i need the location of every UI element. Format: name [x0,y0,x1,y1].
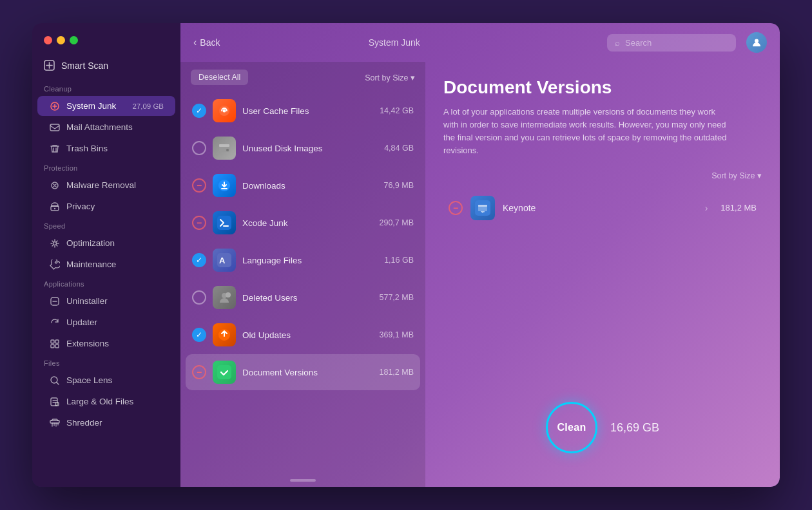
file-list-panel: Deselect All Sort by Size ▾ [180,62,425,487]
checkbox-language[interactable] [192,253,206,267]
close-button[interactable] [44,36,52,44]
svg-point-27 [226,292,231,298]
checkbox-doc-versions[interactable]: − [192,365,206,379]
svg-rect-2 [50,124,59,131]
svg-rect-14 [55,402,59,406]
search-input[interactable] [625,38,728,48]
checkbox-deleted-users[interactable] [192,290,206,305]
checkbox-old-updates[interactable] [192,328,206,342]
checkbox-unused-disk[interactable] [192,141,206,155]
list-item[interactable]: Old Updates 369,1 MB [186,317,420,353]
sidebar-item-smart-scan[interactable]: Smart Scan [32,55,180,76]
section-speed-label: Speed [32,217,180,232]
list-item[interactable]: − Xcode Junk 290,7 MB [186,205,420,241]
section-protection-label: Protection [32,159,180,175]
sidebar-item-optimization[interactable]: Optimization [37,233,175,253]
old-updates-label: Old Updates [242,330,291,340]
search-icon: ⌕ [615,38,620,48]
user-cache-size: 14,42 GB [380,106,414,115]
detail-list: − Keynote › 181,2 MB [443,188,762,389]
xcode-size: 290,7 MB [379,218,414,227]
clean-area: Clean 16,69 GB [443,389,762,471]
fullscreen-button[interactable] [70,36,78,44]
downloads-size: 76,9 MB [383,181,414,190]
space-lens-icon [49,375,60,386]
language-size: 1,16 GB [384,256,414,265]
sidebar-item-updater[interactable]: Updater [37,312,175,332]
minimize-button[interactable] [57,36,65,44]
trash-bins-label: Trash Bins [66,144,108,153]
detail-item-keynote[interactable]: − Keynote › 181,2 MB [443,188,762,228]
section-cleanup-label: Cleanup [32,80,180,95]
doc-versions-icon [213,361,236,384]
xcode-icon [213,211,236,234]
svg-rect-10 [51,345,54,348]
keynote-checkbox[interactable]: − [449,201,463,215]
list-item[interactable]: − Downloads 76,9 MB [186,167,420,203]
list-item[interactable]: User Cache Files 14,42 GB [186,93,420,129]
trash-icon [49,143,60,154]
old-updates-size: 369,1 MB [379,330,414,339]
privacy-icon [49,201,60,212]
malware-icon [49,180,60,191]
xcode-label: Xcode Junk [242,218,288,228]
extensions-icon [49,338,60,349]
scroll-indicator [180,474,425,487]
user-avatar-button[interactable] [746,32,767,53]
sort-by-size-button[interactable]: Sort by Size ▾ [365,73,415,82]
sidebar-item-shredder[interactable]: Shredder [37,413,175,433]
smart-scan-label: Smart Scan [61,61,108,71]
unused-disk-label: Unused Disk Images [242,144,323,153]
optimization-icon [49,238,60,249]
shredder-icon [49,417,60,428]
checkbox-xcode[interactable]: − [192,216,206,230]
list-item[interactable]: A Language Files 1,16 GB [186,242,420,278]
detail-sort-button[interactable]: Sort by Size ▾ [443,171,762,180]
system-junk-icon [49,100,60,111]
sidebar-item-space-lens[interactable]: Space Lens [37,370,175,390]
svg-point-5 [53,207,55,209]
checkbox-user-cache[interactable] [192,104,206,118]
detail-description: A lot of your applications create multip… [443,106,727,158]
section-applications-label: Applications [32,275,180,290]
doc-versions-label: Document Versions [242,368,318,377]
svg-text:A: A [219,256,226,265]
sidebar-item-system-junk[interactable]: System Junk 27,09 GB [37,96,175,116]
sidebar-item-privacy[interactable]: Privacy [37,196,175,216]
svg-rect-8 [51,340,54,343]
app-window: Smart Scan Cleanup System Junk 27,09 GB … [32,23,780,487]
optimization-label: Optimization [66,238,115,248]
svg-rect-32 [478,205,487,207]
space-lens-label: Space Lens [66,375,112,385]
sidebar-item-uninstaller[interactable]: Uninstaller [37,291,175,311]
deselect-all-button[interactable]: Deselect All [191,70,248,85]
shredder-label: Shredder [66,418,102,428]
svg-rect-29 [217,365,231,379]
list-item[interactable]: − Document Versions 181,2 MB [186,354,420,390]
system-junk-badge: 27,09 GB [132,102,164,110]
clean-button[interactable]: Clean [546,402,597,453]
mail-attachments-label: Mail Attachments [66,122,133,132]
svg-rect-34 [482,212,483,213]
sidebar-item-trash-bins[interactable]: Trash Bins [37,138,175,158]
mail-icon [49,122,60,133]
list-item[interactable]: Deleted Users 577,2 MB [186,279,420,316]
sidebar-item-extensions[interactable]: Extensions [37,334,175,354]
sidebar-item-malware-removal[interactable]: Malware Removal [37,175,175,195]
search-bar[interactable]: ⌕ [607,34,736,52]
svg-rect-20 [219,144,229,147]
updater-icon [49,317,60,328]
privacy-label: Privacy [66,202,95,211]
downloads-icon [213,174,236,197]
large-old-files-label: Large & Old Files [66,397,133,406]
keynote-expand-icon[interactable]: › [705,203,708,213]
sidebar-item-mail-attachments[interactable]: Mail Attachments [37,117,175,137]
checkbox-downloads[interactable]: − [192,178,206,193]
list-item[interactable]: Unused Disk Images 4,84 GB [186,130,420,166]
sidebar-item-large-old-files[interactable]: Large & Old Files [37,392,175,411]
large-files-icon [49,396,60,407]
deleted-users-label: Deleted Users [242,293,298,303]
file-list: User Cache Files 14,42 GB [180,93,425,474]
sidebar-item-maintenance[interactable]: Maintenance [37,254,175,274]
svg-point-6 [53,241,56,245]
